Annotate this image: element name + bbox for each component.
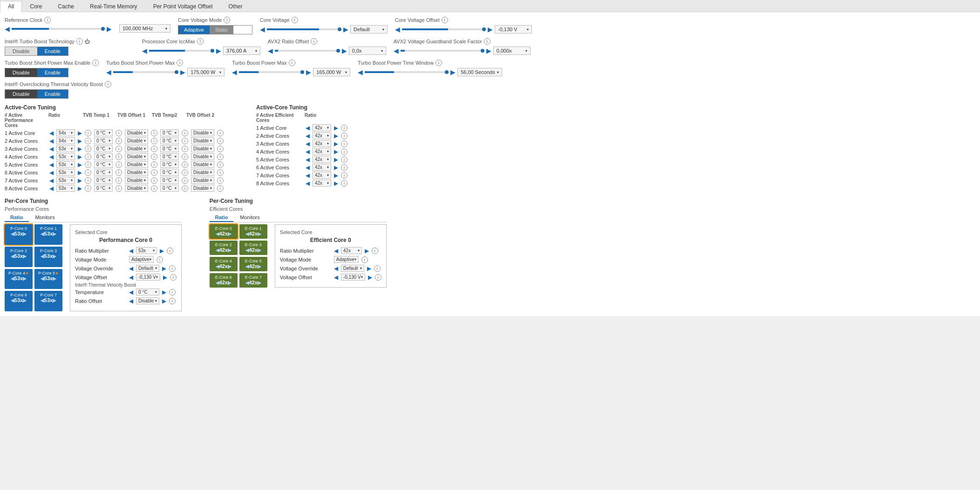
eff-core-cell[interactable]: E-Core 2◀42x▶ <box>210 241 238 255</box>
cv-left-arrow[interactable]: ◀ <box>260 26 265 33</box>
static-btn[interactable]: Static <box>210 26 234 34</box>
tab-ppvo[interactable]: Per Point Voltage Offset <box>145 1 221 12</box>
tptw-info-icon[interactable]: i <box>436 60 442 66</box>
octvb-disable-btn[interactable]: Disable <box>5 90 37 98</box>
tab-cache[interactable]: Cache <box>50 1 82 12</box>
eff-voffset-right[interactable]: ▶ <box>368 274 372 281</box>
avx2vg-dropdown[interactable]: 0,000x▾ <box>493 47 531 55</box>
cvo-slider[interactable] <box>402 28 486 30</box>
perf-voverride-right[interactable]: ▶ <box>162 265 166 272</box>
perf-core-cell[interactable]: P-Core 0◀53x▶ <box>5 224 33 245</box>
eff-ratio-info[interactable]: i <box>372 248 378 254</box>
eff-ratio-dropdown[interactable]: 42x▾ <box>341 247 362 254</box>
tbt-enable-btn[interactable]: Enable <box>37 47 68 55</box>
tspm-slider[interactable] <box>113 71 178 73</box>
perf-ratio-info[interactable]: i <box>167 248 173 254</box>
cvo-info-icon[interactable]: i <box>442 17 448 23</box>
perf-ratio-right[interactable]: ▶ <box>160 248 164 254</box>
eff-ratio-right[interactable]: ▶ <box>365 248 369 254</box>
perf-roffset-dropdown[interactable]: Disable▾ <box>136 297 159 304</box>
avx2vg-left[interactable]: ◀ <box>394 47 399 54</box>
octvb-info-icon[interactable]: i <box>105 81 111 87</box>
tab-other[interactable]: Other <box>220 1 250 12</box>
eff-monitors-tab[interactable]: Monitors <box>234 214 265 222</box>
avx2r-right[interactable]: ▶ <box>342 47 347 54</box>
perf-vmode-info[interactable]: i <box>157 256 163 263</box>
eff-ratio-left[interactable]: ◀ <box>334 248 338 254</box>
perf-core-cell[interactable]: P-Core 6◀53x▶ <box>5 291 33 311</box>
tspm-right[interactable]: ▶ <box>180 68 185 76</box>
perf-voffset-right[interactable]: ▶ <box>163 274 167 281</box>
eff-voffset-info[interactable]: i <box>375 274 381 281</box>
eff-vmode-info[interactable]: i <box>361 256 368 263</box>
tptw-slider[interactable] <box>365 71 449 73</box>
tbt-power-icon[interactable]: ⏻ <box>85 39 90 44</box>
avx2r-slider[interactable] <box>275 50 340 52</box>
core-voltage-slider[interactable] <box>267 28 341 30</box>
perf-ratio-tab[interactable]: Ratio <box>5 214 29 222</box>
tab-core[interactable]: Core <box>22 1 50 12</box>
eff-vmode-dropdown[interactable]: Adaptive▾ <box>334 256 359 263</box>
perf-core-cell[interactable]: P-Core 7◀53x▶ <box>34 291 62 311</box>
perf-ratio-left[interactable]: ◀ <box>129 248 133 254</box>
iccmax-slider[interactable] <box>149 50 214 52</box>
perf-voffset-left[interactable]: ◀ <box>129 274 133 281</box>
tbspm-enable-btn[interactable]: Enable <box>37 68 68 77</box>
tpm-left[interactable]: ◀ <box>232 68 237 76</box>
eff-core-cell[interactable]: E-Core 6◀42x▶ <box>210 273 238 288</box>
avx2r-left[interactable]: ◀ <box>268 47 273 54</box>
iccmax-right[interactable]: ▶ <box>216 47 221 54</box>
avx2vg-info-icon[interactable]: i <box>484 38 490 45</box>
tbspm-disable-btn[interactable]: Disable <box>5 68 37 77</box>
perf-voverride-info[interactable]: i <box>169 265 176 272</box>
cvo-right-arrow[interactable]: ▶ <box>488 26 493 33</box>
perf-vmode-dropdown[interactable]: Adaptive▾ <box>129 256 154 263</box>
cvm-info-icon[interactable]: i <box>224 17 230 23</box>
avx2vg-right[interactable]: ▶ <box>486 47 491 54</box>
perf-voverride-dropdown[interactable]: Default▾ <box>136 265 159 272</box>
cvo-dropdown[interactable]: -0,130 V▾ <box>495 25 532 34</box>
eff-voverride-dropdown[interactable]: Default▾ <box>341 265 364 272</box>
tpm-right[interactable]: ▶ <box>306 68 311 76</box>
tbt-info-icon[interactable]: i <box>76 38 83 45</box>
adaptive-btn[interactable]: Adaptive <box>178 26 210 34</box>
tpm-slider[interactable] <box>239 71 304 73</box>
tpm-info-icon[interactable]: i <box>289 60 295 66</box>
tspm-info-icon[interactable]: i <box>177 60 183 66</box>
perf-temp-right[interactable]: ▶ <box>162 289 166 295</box>
tptw-dropdown[interactable]: 56,00 Seconds▾ <box>457 68 502 76</box>
eff-voverride-left[interactable]: ◀ <box>334 265 338 272</box>
tbspm-info-icon[interactable]: i <box>92 60 99 66</box>
perf-temp-left[interactable]: ◀ <box>129 289 133 295</box>
perf-temp-info[interactable]: i <box>169 289 176 295</box>
eff-core-cell[interactable]: E-Core 5◀42x▶ <box>239 257 267 271</box>
iccmax-info-icon[interactable]: i <box>197 38 204 45</box>
avx2vg-slider[interactable] <box>401 50 484 52</box>
tspm-dropdown[interactable]: 175,000 W▾ <box>187 68 225 76</box>
tab-all[interactable]: All <box>0 1 22 12</box>
cv-info-icon[interactable]: i <box>292 17 298 23</box>
perf-core-cell[interactable]: P-Core 5★◀53x▶ <box>34 269 62 289</box>
cv-right-arrow[interactable]: ▶ <box>343 26 348 33</box>
tbt-disable-btn[interactable]: Disable <box>5 47 37 55</box>
iccmax-left[interactable]: ◀ <box>142 47 147 54</box>
slider-left-arrow[interactable]: ◀ <box>5 25 10 33</box>
eff-core-cell[interactable]: E-Core 4◀42x▶ <box>210 257 238 271</box>
perf-voffset-info[interactable]: i <box>170 274 177 281</box>
ref-clock-slider[interactable] <box>12 28 105 30</box>
perf-core-cell[interactable]: P-Core 1◀53x▶ <box>34 224 62 245</box>
perf-core-cell[interactable]: P-Core 2◀53x▶ <box>5 247 33 267</box>
tptw-left[interactable]: ◀ <box>358 68 363 76</box>
cvo-left-arrow[interactable]: ◀ <box>395 26 400 33</box>
eff-core-cell[interactable]: E-Core 1◀42x▶ <box>239 224 267 239</box>
avx2r-info-icon[interactable]: i <box>311 38 317 45</box>
ref-clock-dropdown[interactable]: 100,000 MHz ▾ <box>119 24 170 33</box>
tpm-dropdown[interactable]: 165,000 W▾ <box>313 68 350 76</box>
perf-core-cell[interactable]: P-Core 3◀53x▶ <box>34 247 62 267</box>
perf-roffset-info[interactable]: i <box>169 298 176 304</box>
eff-voverride-right[interactable]: ▶ <box>367 265 371 272</box>
eff-core-cell[interactable]: E-Core 3◀42x▶ <box>239 241 267 255</box>
perf-roffset-left[interactable]: ◀ <box>129 298 133 304</box>
ref-clock-info-icon[interactable]: i <box>44 17 51 23</box>
perf-ratio-dropdown[interactable]: 53x▾ <box>136 247 157 254</box>
